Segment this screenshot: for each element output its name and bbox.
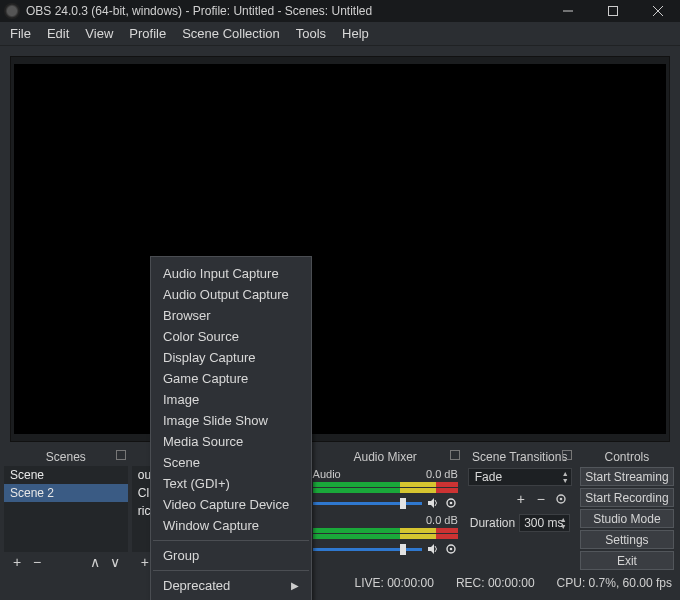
transitions-panel-title: Scene Transitions (472, 450, 567, 464)
audio-mixer-panel: Audio Mixer Audio 0.0 dB (309, 448, 462, 572)
duration-label: Duration (470, 516, 515, 530)
settings-button[interactable]: Settings (580, 530, 674, 549)
transitions-panel: Scene Transitions Fade ▲▼ + − Duration 3… (466, 448, 574, 572)
channel-settings-icon[interactable] (444, 496, 458, 510)
status-cpu: CPU: 0.7%, 60.00 fps (557, 576, 672, 590)
duration-spinbox[interactable]: 300 ms ▲▼ (519, 514, 570, 532)
preview-canvas[interactable] (14, 64, 666, 434)
obs-logo-icon (4, 3, 20, 19)
start-streaming-button[interactable]: Start Streaming (580, 467, 674, 486)
controls-panel-title: Controls (605, 450, 650, 464)
chevron-right-icon: ▶ (291, 580, 299, 591)
transition-select[interactable]: Fade ▲▼ (468, 468, 572, 486)
scene-add-button[interactable]: + (8, 553, 26, 571)
source-type-item[interactable]: Audio Output Capture (151, 284, 311, 305)
source-type-item[interactable]: Text (GDI+) (151, 473, 311, 494)
transitions-popout-icon[interactable] (562, 450, 572, 460)
svg-point-13 (559, 498, 562, 501)
scenes-panel: Scenes Scene Scene 2 + − ∧ ∨ (4, 448, 128, 572)
mixer-channel-db: 0.0 dB (426, 514, 458, 526)
scene-down-button[interactable]: ∨ (106, 553, 124, 571)
menu-separator (153, 540, 309, 541)
source-type-item[interactable]: Media Source (151, 431, 311, 452)
start-recording-button[interactable]: Start Recording (580, 488, 674, 507)
source-type-item[interactable]: Game Capture (151, 368, 311, 389)
source-type-item[interactable]: Browser (151, 305, 311, 326)
source-type-item[interactable]: Window Capture (151, 515, 311, 536)
transition-remove-button[interactable]: − (532, 490, 550, 508)
scenes-popout-icon[interactable] (116, 450, 126, 460)
menu-profile[interactable]: Profile (121, 23, 174, 44)
status-rec: REC: 00:00:00 (456, 576, 535, 590)
window-maximize-button[interactable] (590, 0, 635, 22)
vu-meter (313, 528, 458, 533)
svg-point-8 (449, 502, 452, 505)
scenes-panel-title: Scenes (46, 450, 86, 464)
vu-meter (313, 488, 458, 493)
speaker-icon[interactable] (426, 542, 440, 556)
scene-row[interactable]: Scene (4, 466, 128, 484)
source-type-item[interactable]: Video Capture Device (151, 494, 311, 515)
menu-file[interactable]: File (2, 23, 39, 44)
menu-tools[interactable]: Tools (288, 23, 334, 44)
mixer-channel: 0.0 dB (309, 512, 462, 558)
source-type-item[interactable]: Color Source (151, 326, 311, 347)
source-type-item[interactable]: Display Capture (151, 347, 311, 368)
source-type-item[interactable]: Audio Input Capture (151, 263, 311, 284)
source-deprecated-submenu[interactable]: Deprecated ▶ (151, 575, 311, 596)
chevron-down-icon: ▼ (560, 523, 567, 530)
volume-slider[interactable] (313, 548, 422, 551)
svg-marker-6 (428, 498, 434, 508)
transition-selected: Fade (475, 470, 502, 484)
transition-add-button[interactable]: + (512, 490, 530, 508)
mixer-channel-name: Audio (313, 468, 341, 480)
speaker-icon[interactable] (426, 496, 440, 510)
window-title: OBS 24.0.3 (64-bit, windows) - Profile: … (26, 4, 545, 18)
studio-mode-button[interactable]: Studio Mode (580, 509, 674, 528)
window-titlebar: OBS 24.0.3 (64-bit, windows) - Profile: … (0, 0, 680, 22)
channel-settings-icon[interactable] (444, 542, 458, 556)
menubar: File Edit View Profile Scene Collection … (0, 22, 680, 46)
chevron-up-icon: ▲ (562, 470, 569, 477)
source-type-item[interactable]: Image (151, 389, 311, 410)
chevron-up-icon: ▲ (560, 516, 567, 523)
scenes-list[interactable]: Scene Scene 2 (4, 466, 128, 552)
source-group-item[interactable]: Group (151, 545, 311, 566)
menu-scene-collection[interactable]: Scene Collection (174, 23, 288, 44)
menu-edit[interactable]: Edit (39, 23, 77, 44)
bottom-panels: Scenes Scene Scene 2 + − ∧ ∨ Sources ou … (0, 448, 680, 574)
vu-meter (313, 534, 458, 539)
source-type-item[interactable]: Image Slide Show (151, 410, 311, 431)
source-type-item[interactable]: Scene (151, 452, 311, 473)
add-source-menu: Audio Input Capture Audio Output Capture… (150, 256, 312, 600)
status-live: LIVE: 00:00:00 (354, 576, 433, 590)
scene-row[interactable]: Scene 2 (4, 484, 128, 502)
exit-button[interactable]: Exit (580, 551, 674, 570)
duration-value: 300 ms (524, 516, 563, 530)
transition-settings-button[interactable] (552, 490, 570, 508)
deprecated-label: Deprecated (163, 578, 230, 593)
controls-panel: Controls Start Streaming Start Recording… (578, 448, 676, 572)
volume-slider[interactable] (313, 502, 422, 505)
menu-view[interactable]: View (77, 23, 121, 44)
vu-meter (313, 482, 458, 487)
menu-help[interactable]: Help (334, 23, 377, 44)
mixer-popout-icon[interactable] (450, 450, 460, 460)
preview-area (10, 56, 670, 442)
status-bar: LIVE: 00:00:00 REC: 00:00:00 CPU: 0.7%, … (0, 574, 680, 592)
mixer-channel-db: 0.0 dB (426, 468, 458, 480)
window-close-button[interactable] (635, 0, 680, 22)
menu-separator (153, 570, 309, 571)
svg-marker-9 (428, 544, 434, 554)
scene-up-button[interactable]: ∧ (86, 553, 104, 571)
mixer-panel-title: Audio Mixer (354, 450, 417, 464)
window-minimize-button[interactable] (545, 0, 590, 22)
scene-remove-button[interactable]: − (28, 553, 46, 571)
svg-point-11 (449, 548, 452, 551)
svg-rect-1 (608, 7, 617, 16)
mixer-channel: Audio 0.0 dB (309, 466, 462, 512)
chevron-down-icon: ▼ (562, 477, 569, 484)
gear-icon (555, 493, 567, 505)
